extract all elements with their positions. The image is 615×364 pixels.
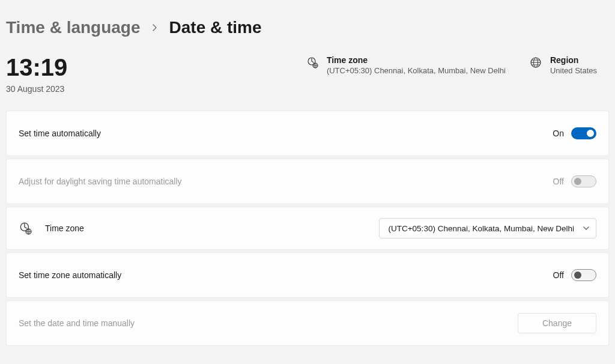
breadcrumb: Time & language Date & time	[6, 18, 609, 37]
set-time-auto-state: On	[553, 129, 564, 138]
set-tz-auto-toggle[interactable]	[571, 269, 596, 281]
set-tz-auto-label: Set time zone automatically	[19, 270, 121, 280]
dst-auto-row: Adjust for daylight saving time automati…	[6, 159, 609, 204]
current-time: 13:19	[6, 55, 126, 79]
timezone-summary: Time zone (UTC+05:30) Chennai, Kolkata, …	[306, 55, 506, 75]
breadcrumb-parent[interactable]: Time & language	[6, 18, 141, 37]
region-label: Region	[550, 55, 597, 65]
current-date: 30 August 2023	[6, 84, 126, 94]
timezone-value: (UTC+05:30) Chennai, Kolkata, Mumbai, Ne…	[327, 66, 506, 75]
dst-auto-state: Off	[553, 177, 564, 186]
set-time-auto-toggle[interactable]	[571, 127, 596, 139]
summary-row: 13:19 30 August 2023 Time zone (UTC+05:3…	[6, 55, 609, 94]
dst-auto-toggle	[571, 175, 596, 187]
timezone-label: Time zone	[327, 55, 506, 65]
region-value: United States	[550, 66, 597, 75]
world-clock-icon	[19, 222, 32, 235]
region-summary: Region United States	[530, 55, 597, 75]
globe-icon	[530, 56, 542, 68]
set-time-auto-label: Set time automatically	[19, 129, 101, 138]
timezone-select-value: (UTC+05:30) Chennai, Kolkata, Mumbai, Ne…	[388, 224, 574, 233]
change-button: Change	[518, 313, 596, 333]
chevron-down-icon	[583, 225, 590, 232]
chevron-right-icon	[151, 24, 159, 31]
dst-auto-label: Adjust for daylight saving time automati…	[19, 177, 182, 186]
timezone-row-label: Time zone	[45, 223, 84, 233]
set-tz-auto-state: Off	[553, 270, 564, 280]
clock-block: 13:19 30 August 2023	[6, 55, 126, 94]
timezone-select[interactable]: (UTC+05:30) Chennai, Kolkata, Mumbai, Ne…	[379, 218, 596, 238]
set-time-auto-row: Set time automatically On	[6, 111, 609, 156]
world-clock-icon	[306, 56, 318, 68]
manual-time-label: Set the date and time manually	[19, 318, 135, 328]
breadcrumb-current: Date & time	[169, 18, 262, 37]
timezone-row: Time zone (UTC+05:30) Chennai, Kolkata, …	[6, 207, 609, 250]
set-tz-auto-row: Set time zone automatically Off	[6, 252, 609, 298]
manual-time-row: Set the date and time manually Change	[6, 300, 609, 346]
